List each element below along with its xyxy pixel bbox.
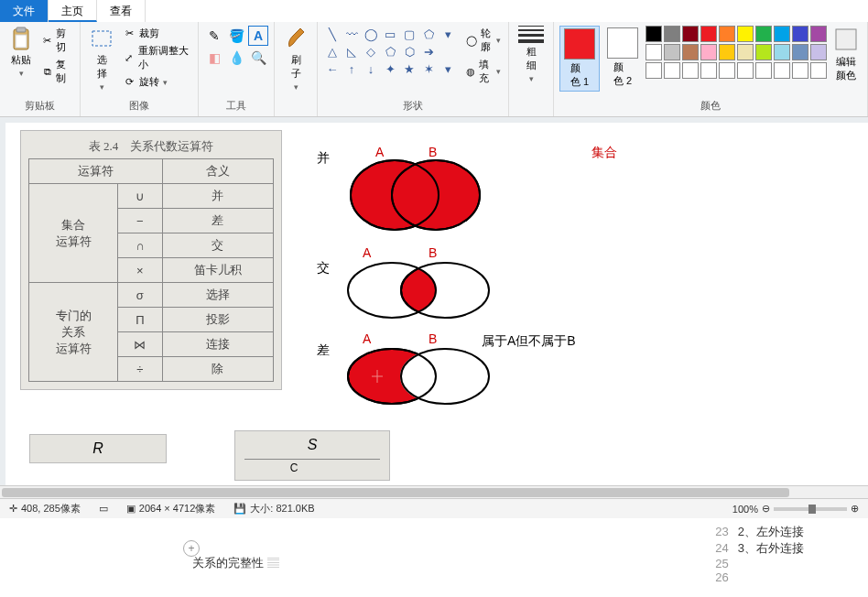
palette-swatch[interactable] bbox=[755, 62, 772, 79]
palette-swatch[interactable] bbox=[700, 26, 717, 42]
shape-diamond[interactable]: ◇ bbox=[362, 43, 380, 60]
shape-oval[interactable]: ◯ bbox=[362, 26, 380, 42]
ribbon: 粘贴 ✂剪切 ⧉复制 剪贴板 选 择 ✂裁剪 ⤢重新调整大小 ⟳旋转 图像 bbox=[0, 22, 868, 117]
scrollbar-thumb[interactable] bbox=[2, 488, 789, 497]
shape-more1[interactable]: ▾ bbox=[439, 26, 457, 42]
shape-roundrect[interactable]: ▢ bbox=[400, 26, 418, 42]
palette-swatch[interactable] bbox=[774, 44, 790, 60]
zoom-out-button[interactable]: ⊖ bbox=[762, 503, 770, 515]
fill-label: 填充 bbox=[479, 58, 493, 85]
color1-swatch bbox=[564, 28, 595, 60]
palette-swatch[interactable] bbox=[737, 44, 754, 60]
group-image: 选 择 ✂裁剪 ⤢重新调整大小 ⟳旋转 图像 bbox=[81, 22, 199, 116]
label-set: 集合 bbox=[591, 145, 617, 161]
frag-R: R bbox=[29, 434, 167, 463]
crosshair-icon: ✛ bbox=[9, 503, 17, 515]
select-button[interactable]: 选 择 bbox=[86, 26, 117, 93]
shape-arrowl[interactable]: ← bbox=[323, 60, 342, 77]
shape-pent[interactable]: ⬠ bbox=[381, 43, 399, 60]
palette-swatch[interactable] bbox=[774, 26, 790, 42]
color2-button[interactable]: 颜 色 2 bbox=[603, 26, 642, 90]
tab-file[interactable]: 文件 bbox=[0, 0, 49, 22]
palette-swatch[interactable] bbox=[719, 44, 735, 60]
shape-star5[interactable]: ★ bbox=[400, 60, 418, 77]
shape-rect[interactable]: ▭ bbox=[381, 26, 399, 42]
shape-star6[interactable]: ✶ bbox=[419, 60, 438, 77]
palette-swatch[interactable] bbox=[792, 62, 808, 79]
zoom-in-button[interactable]: ⊕ bbox=[851, 503, 859, 515]
shape-line[interactable]: ╲ bbox=[323, 26, 342, 42]
paste-label: 粘贴 bbox=[11, 53, 31, 67]
palette-swatch[interactable] bbox=[755, 44, 772, 60]
svg-rect-3 bbox=[92, 31, 111, 46]
zoom-tool[interactable]: 🔍 bbox=[248, 48, 268, 68]
palette-swatch[interactable] bbox=[792, 44, 808, 60]
shape-arrowd[interactable]: ↓ bbox=[362, 60, 380, 77]
shape-tri[interactable]: △ bbox=[323, 43, 342, 60]
palette-swatch[interactable] bbox=[700, 62, 717, 79]
palette-swatch[interactable] bbox=[700, 44, 717, 60]
crop-button[interactable]: ✂裁剪 bbox=[121, 26, 192, 41]
palette-swatch[interactable] bbox=[810, 44, 827, 60]
edit-colors-button[interactable]: 编辑 颜色 bbox=[830, 26, 862, 84]
cut-button[interactable]: ✂剪切 bbox=[40, 26, 74, 55]
palette-swatch[interactable] bbox=[664, 44, 680, 60]
canvas-page[interactable]: 表 2.4 关系代数运算符 运算符含义 集合 运算符∪并 −差 ∩交 ×笛卡儿积… bbox=[5, 123, 868, 498]
zoom-label: 100% bbox=[732, 504, 758, 515]
rotate-label: 旋转 bbox=[139, 75, 159, 89]
palette-swatch[interactable] bbox=[664, 62, 680, 79]
copy-button[interactable]: ⧉复制 bbox=[40, 57, 74, 86]
palette-swatch[interactable] bbox=[810, 26, 827, 42]
paste-button[interactable]: 粘贴 bbox=[5, 26, 37, 80]
group-colors-label: 颜色 bbox=[700, 97, 721, 114]
palette-swatch[interactable] bbox=[810, 62, 827, 79]
resize-button[interactable]: ⤢重新调整大小 bbox=[121, 43, 192, 72]
eraser-tool[interactable]: ◧ bbox=[204, 48, 224, 68]
palette-swatch[interactable] bbox=[682, 62, 699, 79]
h-scrollbar[interactable] bbox=[0, 485, 868, 498]
palette-swatch[interactable] bbox=[682, 44, 699, 60]
palette-swatch[interactable] bbox=[737, 62, 754, 79]
shape-arrowu[interactable]: ↑ bbox=[342, 60, 361, 77]
palette-swatch[interactable] bbox=[719, 62, 735, 79]
palette-swatch[interactable] bbox=[664, 26, 680, 42]
text-tool[interactable]: A bbox=[248, 26, 268, 46]
shape-more3[interactable]: ▾ bbox=[439, 60, 457, 77]
svg-rect-2 bbox=[16, 35, 27, 48]
palette-swatch[interactable] bbox=[719, 26, 735, 42]
palette-swatch[interactable] bbox=[682, 26, 699, 42]
brushes-label: 刷 子 bbox=[291, 53, 301, 81]
disk-icon: 💾 bbox=[233, 503, 246, 515]
fill-button[interactable]: ◍填充 bbox=[464, 57, 503, 86]
palette-swatch[interactable] bbox=[646, 62, 662, 79]
pencil-tool[interactable]: ✎ bbox=[204, 26, 224, 46]
fill-tool[interactable]: 🪣 bbox=[226, 26, 246, 46]
palette-swatch[interactable] bbox=[737, 26, 754, 42]
brushes-button[interactable]: 刷 子 bbox=[280, 26, 311, 93]
tab-home[interactable]: 主页 bbox=[49, 0, 97, 22]
brush-icon bbox=[284, 27, 308, 51]
palette-swatch[interactable] bbox=[646, 26, 662, 42]
stroke-icon bbox=[518, 26, 544, 43]
shape-rtri[interactable]: ◺ bbox=[342, 43, 361, 60]
outline-button[interactable]: ◯轮廓 bbox=[464, 26, 503, 55]
shape-curve[interactable]: 〰 bbox=[342, 26, 361, 42]
palette-swatch[interactable] bbox=[792, 26, 808, 42]
palette-swatch[interactable] bbox=[646, 44, 662, 60]
palette-swatch[interactable] bbox=[774, 62, 790, 79]
canvas-area[interactable]: 表 2.4 关系代数运算符 运算符含义 集合 运算符∪并 −差 ∩交 ×笛卡儿积… bbox=[0, 117, 868, 498]
group1: 集合 运算符 bbox=[29, 184, 118, 283]
shape-more2[interactable] bbox=[439, 43, 457, 60]
shape-arrowr[interactable]: ➔ bbox=[419, 43, 438, 60]
shape-hex[interactable]: ⬡ bbox=[400, 43, 418, 60]
stroke-button[interactable]: 粗 细 bbox=[515, 26, 548, 83]
shape-star4[interactable]: ✦ bbox=[381, 60, 399, 77]
zoom-slider[interactable] bbox=[774, 507, 847, 511]
palette-swatch[interactable] bbox=[755, 26, 772, 42]
shape-poly[interactable]: ⬠ bbox=[419, 26, 438, 42]
tab-view[interactable]: 查看 bbox=[97, 0, 146, 22]
color1-button[interactable]: 颜 色 1 bbox=[559, 26, 600, 92]
rotate-button[interactable]: ⟳旋转 bbox=[121, 74, 192, 90]
venn-inter bbox=[344, 258, 500, 322]
picker-tool[interactable]: 💧 bbox=[226, 48, 246, 68]
